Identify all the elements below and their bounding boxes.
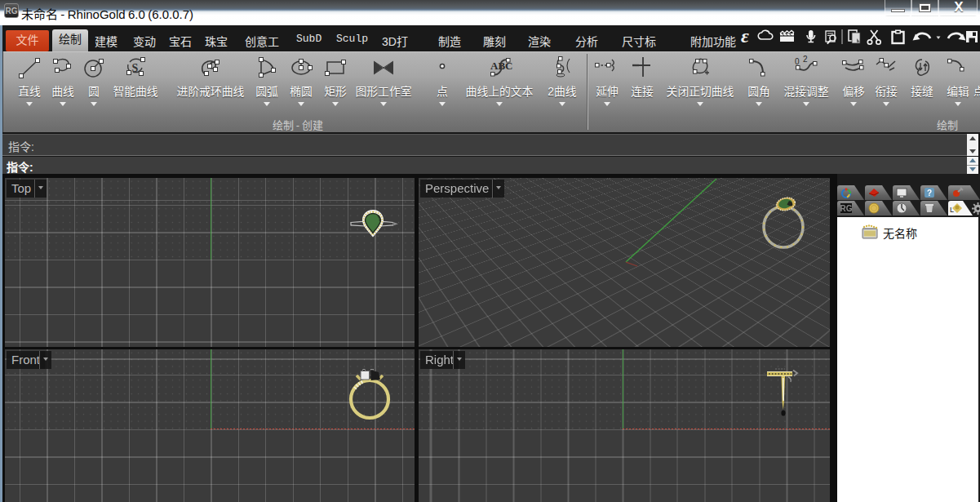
svg-text:?: ? [927,186,932,198]
svg-text:2: 2 [803,55,808,64]
svg-text:0: 0 [795,55,800,67]
svg-text:RG: RG [840,202,853,214]
svg-text:S: S [132,62,139,74]
svg-text:ε: ε [741,27,749,47]
